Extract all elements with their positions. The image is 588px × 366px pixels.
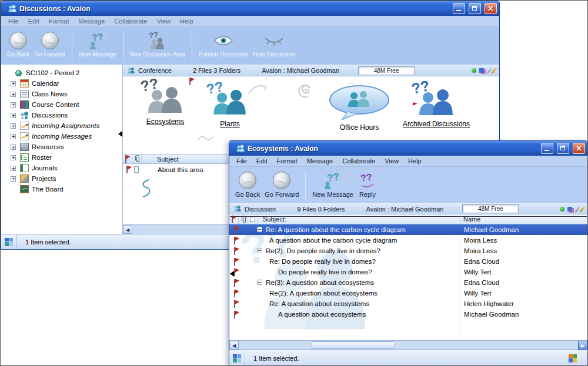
- desktop-icon-label[interactable]: Plants: [220, 120, 239, 128]
- expand-icon[interactable]: [11, 176, 16, 182]
- layout-grid-icon[interactable]: [569, 354, 577, 362]
- message-subject[interactable]: Do people really live in domes?: [278, 268, 372, 276]
- desktop-icon-label[interactable]: Office Hours: [340, 123, 379, 132]
- menu-collaborate[interactable]: Collaborate: [338, 156, 380, 166]
- tree-item-discussions[interactable]: Discussions: [1, 110, 122, 120]
- tree-item-class-news[interactable]: Class News: [1, 89, 122, 99]
- collapse-thread-icon[interactable]: [257, 248, 262, 253]
- maximize-button[interactable]: [557, 143, 569, 154]
- message-author[interactable]: Willy Tert: [464, 290, 491, 297]
- minimize-button[interactable]: [453, 3, 465, 14]
- tree-item-course-content[interactable]: Course Content: [1, 99, 122, 110]
- discussions-titlebar[interactable]: Discussions : Avalon: [1, 1, 499, 16]
- new-discussion-area-button[interactable]: ?? New Discussion Area: [128, 29, 188, 64]
- desktop-icon-office-hours[interactable]: Office Hours: [320, 85, 399, 132]
- desktop-icon-label[interactable]: Archived Discussions: [403, 120, 470, 128]
- message-subject[interactable]: Re(2): A question about ecosystems: [269, 290, 377, 297]
- tree-item-projects[interactable]: Projects: [1, 173, 122, 184]
- scrollbar-thumb[interactable]: [312, 341, 395, 349]
- menu-help[interactable]: Help: [175, 16, 198, 26]
- expand-icon[interactable]: [11, 166, 16, 171]
- message-subject[interactable]: Re(3): A question about ecosystems: [266, 279, 374, 286]
- menu-edit[interactable]: Edit: [252, 156, 272, 166]
- menu-file[interactable]: File: [4, 16, 24, 26]
- expand-icon[interactable]: [11, 123, 16, 129]
- collapse-thread-icon[interactable]: [257, 280, 262, 285]
- pages-icon[interactable]: [567, 207, 572, 211]
- message-row[interactable]: Re(3): A question about ecosystems Edna …: [229, 277, 587, 288]
- tree-item-journals[interactable]: Journals: [1, 163, 122, 173]
- status-icon-box[interactable]: [1, 234, 17, 249]
- name-column-header[interactable]: Name: [463, 216, 480, 223]
- message-author[interactable]: Moira Less: [464, 247, 497, 254]
- collapse-thread-icon[interactable]: [257, 227, 262, 232]
- expand-icon[interactable]: [11, 113, 16, 118]
- menu-collaborate[interactable]: Collaborate: [109, 16, 152, 26]
- go-back-button[interactable]: Go Back: [233, 169, 262, 203]
- message-row[interactable]: Do people really live in domes? Willy Te…: [229, 267, 587, 277]
- edge-collapse-arrow[interactable]: [230, 271, 234, 277]
- scroll-left-button[interactable]: [229, 341, 239, 350]
- expand-icon[interactable]: [11, 81, 16, 86]
- ecosystems-titlebar[interactable]: Ecosystems : Avalon: [229, 141, 587, 156]
- message-table-header[interactable]: Subject: Name: [229, 214, 587, 224]
- thread-column-header[interactable]: [248, 214, 258, 224]
- message-row[interactable]: Re: A question about ecosystems Helen Hi…: [229, 298, 587, 309]
- message-row[interactable]: Re(2): A question about ecosystems Willy…: [229, 288, 587, 298]
- menu-file[interactable]: File: [232, 156, 252, 166]
- online-dot-icon[interactable]: [560, 207, 564, 211]
- tree-item-incoming-assignments[interactable]: Incoming Assignments: [1, 120, 122, 131]
- message-author[interactable]: Edna Cloud: [464, 258, 499, 265]
- menu-format[interactable]: Format: [272, 156, 302, 166]
- message-row[interactable]: A question about ecosystems Michael Good…: [229, 309, 587, 320]
- tree-item-calendar[interactable]: Calendar: [1, 78, 122, 89]
- tree-root-item[interactable]: SCI102 - Period 2: [1, 68, 122, 78]
- desktop-icon-archived-discussions[interactable]: ?? Archived Discussions: [391, 81, 482, 128]
- flag-column-header[interactable]: [123, 155, 132, 163]
- subject-column-header[interactable]: Subject: [157, 156, 179, 163]
- message-subject[interactable]: Re: A question about the carbon cycle di…: [266, 226, 406, 233]
- expand-icon[interactable]: [11, 134, 16, 139]
- expand-icon[interactable]: [11, 145, 16, 150]
- publish-discussion-button[interactable]: Publish Discussion: [196, 29, 250, 64]
- pages-icon[interactable]: [479, 68, 484, 73]
- new-message-button[interactable]: ?? New Message: [310, 169, 356, 203]
- panel-collapse-arrow[interactable]: [118, 131, 122, 137]
- status-icon-box[interactable]: [229, 350, 245, 366]
- desktop-icon-label[interactable]: Ecosystems: [146, 117, 185, 126]
- minimize-button[interactable]: [541, 143, 553, 154]
- online-dot-icon[interactable]: [472, 68, 476, 73]
- message-author[interactable]: Helen Highwater: [464, 300, 514, 307]
- message-author[interactable]: Moira Less: [464, 237, 497, 244]
- scroll-right-button[interactable]: [578, 341, 587, 350]
- message-subject[interactable]: Re(2): Do people really live in domes?: [266, 247, 380, 254]
- tree-item-resources[interactable]: Resources: [1, 142, 122, 152]
- new-message-button[interactable]: ?? New Message: [76, 29, 118, 64]
- menu-format[interactable]: Format: [44, 16, 74, 26]
- scroll-left-button[interactable]: [123, 225, 132, 234]
- hide-discussion-button[interactable]: Hide Discussion: [250, 29, 298, 64]
- message-row[interactable]: Re(2): Do people really live in domes? M…: [229, 246, 587, 256]
- close-button[interactable]: [485, 3, 497, 14]
- go-back-button[interactable]: Go Back: [5, 29, 32, 64]
- menu-view[interactable]: View: [380, 156, 403, 166]
- column-divider[interactable]: [460, 214, 460, 224]
- message-author[interactable]: Michael Goodman: [464, 311, 519, 318]
- tree-item-incoming-messages[interactable]: Incoming Messages: [1, 131, 122, 142]
- list-item-label[interactable]: About this area: [158, 166, 203, 173]
- message-author[interactable]: Edna Cloud: [464, 279, 499, 286]
- menu-message[interactable]: Message: [302, 156, 338, 166]
- menu-view[interactable]: View: [152, 16, 175, 26]
- message-subject[interactable]: A question about the carbon cycle diagra…: [269, 237, 397, 244]
- message-subject[interactable]: A question about ecosystems: [278, 311, 366, 318]
- expand-icon[interactable]: [11, 155, 16, 160]
- maximize-button[interactable]: [469, 3, 481, 14]
- menu-message[interactable]: Message: [74, 16, 110, 26]
- reply-button[interactable]: ?? Reply: [356, 169, 379, 203]
- message-subject[interactable]: Re: A question about ecosystems: [269, 300, 369, 307]
- message-author[interactable]: Michael Goodman: [464, 226, 519, 233]
- horizontal-scrollbar[interactable]: [229, 340, 587, 350]
- menu-edit[interactable]: Edit: [24, 16, 44, 26]
- tree-item-roster[interactable]: Roster: [1, 152, 122, 163]
- desktop-icon-plants[interactable]: ?? Plants: [199, 81, 260, 128]
